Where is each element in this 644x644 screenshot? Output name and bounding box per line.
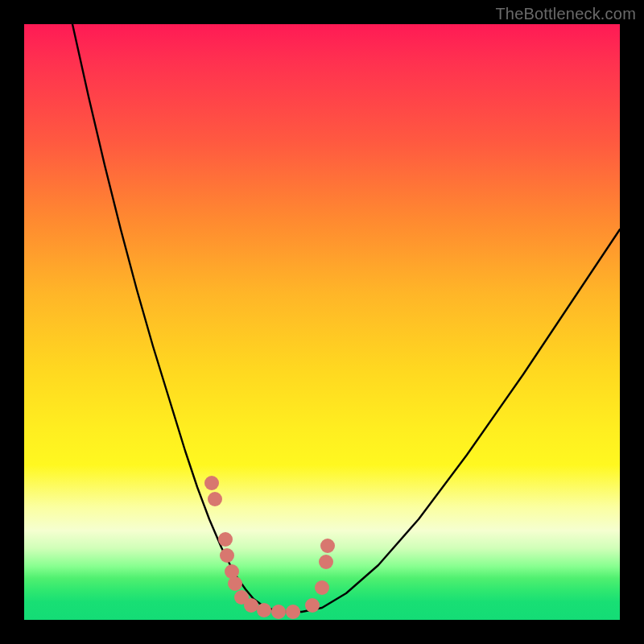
dot-left-mid-a [218, 532, 233, 547]
chart-frame [24, 24, 620, 620]
dot-right-upper-b [320, 539, 335, 553]
dot-bottom-e [286, 605, 300, 619]
dot-left-upper-a [204, 476, 219, 490]
data-points-group [204, 476, 335, 619]
dot-bottom-b [244, 598, 258, 613]
dot-left-upper-b [208, 492, 222, 506]
dot-right-low [305, 598, 320, 613]
dot-left-mid-b [220, 548, 234, 563]
watermark-text: TheBottleneck.com [495, 5, 636, 23]
dot-bottom-c [257, 603, 271, 617]
dot-right-mid [315, 580, 329, 595]
dot-bottom-d [271, 605, 286, 619]
dot-right-upper-a [319, 555, 333, 569]
dot-left-low-b [228, 576, 242, 591]
bottleneck-curve [72, 24, 620, 612]
bottleneck-plot [24, 24, 620, 620]
